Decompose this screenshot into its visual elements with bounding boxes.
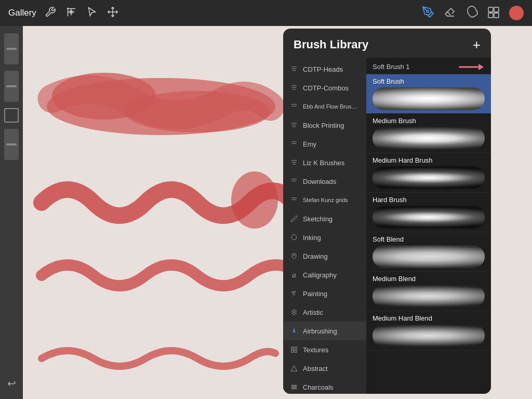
brush-item-medium-hard-brush[interactable]: Medium Hard Brush [366,153,491,193]
brush-name-medium-hard-blend: Medium Hard Blend [373,314,485,322]
category-item-sketching[interactable]: Sketching [283,209,366,228]
category-item-artistic[interactable]: Artistic [283,303,366,322]
wrench-icon[interactable] [45,6,56,20]
svg-point-2 [427,10,429,12]
painting-icon [289,289,299,298]
svg-point-17 [294,309,295,310]
brush-item-soft-brush[interactable]: Soft Brush [366,74,491,114]
brush-name-medium-hard-brush: Medium Hard Brush [373,156,485,164]
brush-name-medium-blend: Medium Blend [373,275,485,283]
soft-brush-1-header[interactable]: Soft Brush 1 [366,60,491,74]
svg-point-15 [292,313,293,314]
sketching-label: Sketching [303,215,360,223]
category-item-painting[interactable]: Painting [283,284,366,303]
brush-item-soft-blend[interactable]: Soft Blend [366,232,491,272]
svg-rect-22 [291,350,294,352]
downloads-icon [289,177,299,186]
emy-icon [289,139,299,149]
svg-point-18 [294,314,295,315]
category-item-stefan-kunz[interactable]: Stefan Kunz grids [283,191,366,209]
category-item-drawing[interactable]: Drawing [283,247,366,265]
third-slider[interactable] [4,129,19,160]
cdtp-combos-icon [289,83,299,92]
category-item-block-printing[interactable]: Block Printing [283,116,366,135]
abstract-icon [289,364,299,373]
category-item-cdtp-heads[interactable]: CDTP-Heads [283,60,366,78]
category-item-calligraphy[interactable]: a Calligraphy [283,265,366,284]
svg-point-13 [292,311,293,312]
category-item-cdtp-combos[interactable]: CDTP-Combos [283,78,366,97]
svg-rect-4 [494,7,499,12]
drawing-label: Drawing [303,252,360,260]
category-item-textures[interactable]: Textures [283,340,366,359]
brush-name-medium-brush: Medium Brush [373,117,485,125]
size-slider[interactable] [4,71,19,102]
category-item-downloads[interactable]: Downloads [283,172,366,191]
inking-icon [289,233,299,242]
color-picker[interactable] [509,6,524,20]
textures-label: Textures [303,346,360,354]
drawing-icon [289,251,299,261]
brush-list: Soft Brush 1 Soft Brush Medium Brush Med… [366,58,491,394]
brush-name-hard-brush: Hard Brush [373,196,485,204]
category-item-charcoals[interactable]: Charcoals [283,378,366,394]
stefan-kunz-icon [289,195,299,205]
category-item-liz-k[interactable]: Liz K Brushes [283,153,366,172]
category-list: CDTP-Heads CDTP-Combos Ebb And Flo [283,58,366,394]
svg-point-12 [294,312,295,313]
pen-tool-icon[interactable] [422,6,434,21]
category-item-abstract[interactable]: Abstract [283,359,366,378]
brush-item-hard-brush[interactable]: Hard Brush [366,193,491,232]
category-item-emy[interactable]: Emy [283,135,366,153]
smudge-tool-icon[interactable] [466,6,478,21]
abstract-label: Abstract [303,365,360,373]
opacity-slider[interactable] [4,33,19,64]
liz-k-icon [289,158,299,167]
svg-rect-20 [291,347,294,349]
brush-name-soft-brush: Soft Brush [373,77,485,85]
category-item-ebb-flow[interactable]: Ebb And Flow Brushes [283,97,366,116]
stefan-kunz-label: Stefan Kunz grids [303,197,360,203]
left-sidebar: ↩ [0,26,23,399]
inking-label: Inking [303,234,360,242]
shape-selector[interactable] [4,108,19,123]
add-brush-button[interactable]: + [473,38,481,51]
cdtp-combos-label: CDTP-Combos [303,84,360,92]
svg-rect-5 [488,13,493,18]
brush-item-medium-hard-blend[interactable]: Medium Hard Blend [366,311,491,351]
transform-icon[interactable] [107,6,118,20]
svg-point-16 [296,313,297,314]
svg-rect-23 [295,350,297,352]
brush-preview-medium-blend [373,285,485,308]
brush-preview-soft-blend [373,245,485,268]
left-tool-icons [45,6,118,20]
artistic-icon [289,308,299,317]
gallery-button[interactable]: Gallery [8,8,36,18]
sketching-icon [289,214,299,223]
airbrushing-icon [289,326,299,336]
magic-icon[interactable] [65,6,77,20]
brush-item-medium-blend[interactable]: Medium Blend [366,272,491,311]
eraser-tool-icon[interactable] [444,6,456,21]
brush-item-medium-brush[interactable]: Medium Brush [366,114,491,153]
brush-preview-medium-brush [373,127,485,150]
brush-library-title: Brush Library [294,38,368,51]
category-item-airbrushing[interactable]: Airbrushing [283,322,366,340]
svg-rect-3 [488,7,493,12]
painting-label: Painting [303,290,360,298]
svg-point-14 [296,311,297,312]
brush-library-header: Brush Library + [283,29,491,58]
layers-icon[interactable] [487,6,500,21]
textures-icon [289,345,299,354]
svg-marker-24 [291,366,297,371]
brush-library-body: CDTP-Heads CDTP-Combos Ebb And Flo [283,58,491,394]
right-tool-icons [422,6,524,21]
ebb-flow-label: Ebb And Flow Brushes [303,103,360,110]
category-item-inking[interactable]: Inking [283,228,366,247]
selection-icon[interactable] [86,6,98,20]
undo-button[interactable]: ↩ [7,377,16,395]
emy-label: Emy [303,140,360,148]
brush-preview-soft-brush [373,87,485,110]
calligraphy-label: Calligraphy [303,271,360,279]
brush-preview-hard-brush [373,206,485,229]
